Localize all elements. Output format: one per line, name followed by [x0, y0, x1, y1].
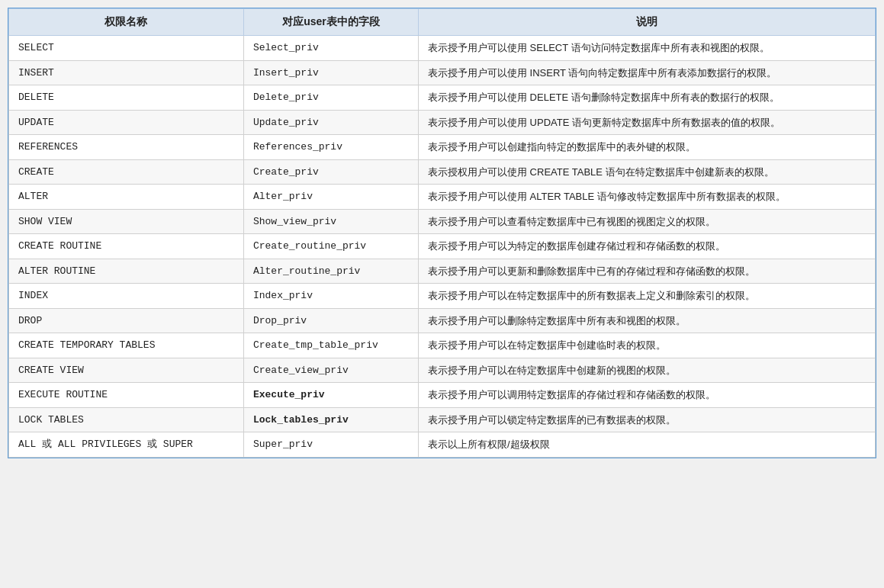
- cell-field: Drop_priv: [243, 308, 418, 333]
- cell-description: 表示授予用户可以在特定数据库中创建新的视图的权限。: [419, 358, 876, 383]
- cell-field: References_priv: [243, 135, 418, 160]
- table-header-row: 权限名称 对应user表中的字段 说明: [9, 9, 876, 36]
- cell-privilege: LOCK TABLES: [9, 407, 244, 432]
- cell-field: Create_tmp_table_priv: [243, 333, 418, 358]
- cell-privilege: CREATE TEMPORARY TABLES: [9, 333, 244, 358]
- cell-field: Delete_priv: [243, 85, 418, 111]
- cell-description: 表示授予用户可以为特定的数据库创建存储过程和存储函数的权限。: [419, 234, 876, 259]
- table-row: ALTERAlter_priv表示授予用户可以使用 ALTER TABLE 语句…: [9, 185, 876, 210]
- cell-field: Update_priv: [243, 110, 418, 135]
- cell-field: Select_priv: [243, 36, 418, 61]
- cell-field: Show_view_priv: [243, 209, 418, 234]
- cell-privilege: DROP: [9, 308, 244, 333]
- table-row: INDEXIndex_priv表示授予用户可以在特定数据库中的所有数据表上定义和…: [9, 284, 876, 309]
- cell-field: Alter_priv: [243, 185, 418, 210]
- table-row: CREATE VIEWCreate_view_priv表示授予用户可以在特定数据…: [9, 358, 876, 383]
- header-user-field: 对应user表中的字段: [243, 9, 418, 36]
- header-privilege-name: 权限名称: [9, 9, 244, 36]
- cell-field: Insert_priv: [243, 60, 418, 85]
- table-row: REFERENCESReferences_priv表示授予用户可以创建指向特定的…: [9, 135, 876, 160]
- cell-description: 表示授予用户可以使用 UPDATE 语句更新特定数据库中所有数据表的值的权限。: [419, 110, 876, 135]
- table-row: SHOW VIEWShow_view_priv表示授予用户可以查看特定数据库中已…: [9, 209, 876, 234]
- cell-description: 表示授予用户可以在特定数据库中的所有数据表上定义和删除索引的权限。: [419, 284, 876, 309]
- cell-description: 表示以上所有权限/超级权限: [419, 432, 876, 458]
- cell-privilege: CREATE VIEW: [9, 358, 244, 383]
- cell-description: 表示授予用户可以删除特定数据库中所有表和视图的权限。: [419, 308, 876, 333]
- cell-field: Index_priv: [243, 284, 418, 309]
- cell-privilege: CREATE: [9, 159, 244, 185]
- table-row: EXECUTE ROUTINEExecute_priv表示授予用户可以调用特定数…: [9, 383, 876, 408]
- privilege-table: 权限名称 对应user表中的字段 说明 SELECTSelect_priv表示授…: [8, 8, 876, 458]
- table-row: UPDATEUpdate_priv表示授予用户可以使用 UPDATE 语句更新特…: [9, 110, 876, 135]
- header-description: 说明: [419, 9, 876, 36]
- cell-field: Alter_routine_priv: [243, 259, 418, 284]
- cell-description: 表示授予用户可以查看特定数据库中已有视图的视图定义的权限。: [419, 209, 876, 234]
- table-row: LOCK TABLESLock_tables_priv表示授予用户可以锁定特定数…: [9, 407, 876, 432]
- table-row: ALTER ROUTINEAlter_routine_priv表示授予用户可以更…: [9, 259, 876, 284]
- cell-description: 表示授权用户可以使用 CREATE TABLE 语句在特定数据库中创建新表的权限…: [419, 159, 876, 185]
- table-row: ALL 或 ALL PRIVILEGES 或 SUPERSuper_priv表示…: [9, 432, 876, 458]
- cell-description: 表示授予用户可以更新和删除数据库中已有的存储过程和存储函数的权限。: [419, 259, 876, 284]
- table-row: SELECTSelect_priv表示授予用户可以使用 SELECT 语句访问特…: [9, 36, 876, 61]
- cell-description: 表示授予用户可以锁定特定数据库的已有数据表的权限。: [419, 407, 876, 432]
- cell-privilege: CREATE ROUTINE: [9, 234, 244, 259]
- cell-field: Create_priv: [243, 159, 418, 185]
- cell-privilege: INSERT: [9, 60, 244, 85]
- cell-description: 表示授予用户可以创建指向特定的数据库中的表外键的权限。: [419, 135, 876, 160]
- cell-privilege: ALL 或 ALL PRIVILEGES 或 SUPER: [9, 432, 244, 458]
- cell-field: Super_priv: [243, 432, 418, 458]
- cell-privilege: INDEX: [9, 284, 244, 309]
- table-row: DROPDrop_priv表示授予用户可以删除特定数据库中所有表和视图的权限。: [9, 308, 876, 333]
- cell-privilege: SHOW VIEW: [9, 209, 244, 234]
- cell-privilege: UPDATE: [9, 110, 244, 135]
- table-row: DELETEDelete_priv表示授予用户可以使用 DELETE 语句删除特…: [9, 85, 876, 111]
- cell-privilege: ALTER: [9, 185, 244, 210]
- cell-privilege: SELECT: [9, 36, 244, 61]
- cell-description: 表示授予用户可以使用 DELETE 语句删除特定数据库中所有表的数据行的权限。: [419, 85, 876, 111]
- cell-field: Lock_tables_priv: [243, 407, 418, 432]
- table-row: CREATE TEMPORARY TABLESCreate_tmp_table_…: [9, 333, 876, 358]
- cell-privilege: ALTER ROUTINE: [9, 259, 244, 284]
- cell-field: Create_view_priv: [243, 358, 418, 383]
- table-row: CREATECreate_priv表示授权用户可以使用 CREATE TABLE…: [9, 159, 876, 185]
- privilege-table-wrapper: 权限名称 对应user表中的字段 说明 SELECTSelect_priv表示授…: [8, 8, 876, 458]
- table-row: CREATE ROUTINECreate_routine_priv表示授予用户可…: [9, 234, 876, 259]
- cell-privilege: REFERENCES: [9, 135, 244, 160]
- cell-description: 表示授予用户可以使用 SELECT 语句访问特定数据库中所有表和视图的权限。: [419, 36, 876, 61]
- cell-field: Create_routine_priv: [243, 234, 418, 259]
- cell-description: 表示授予用户可以使用 INSERT 语句向特定数据库中所有表添加数据行的权限。: [419, 60, 876, 85]
- cell-description: 表示授予用户可以使用 ALTER TABLE 语句修改特定数据库中所有数据表的权…: [419, 185, 876, 210]
- cell-privilege: EXECUTE ROUTINE: [9, 383, 244, 408]
- cell-description: 表示授予用户可以在特定数据库中创建临时表的权限。: [419, 333, 876, 358]
- cell-description: 表示授予用户可以调用特定数据库的存储过程和存储函数的权限。: [419, 383, 876, 408]
- cell-field: Execute_priv: [243, 383, 418, 408]
- cell-privilege: DELETE: [9, 85, 244, 111]
- table-row: INSERTInsert_priv表示授予用户可以使用 INSERT 语句向特定…: [9, 60, 876, 85]
